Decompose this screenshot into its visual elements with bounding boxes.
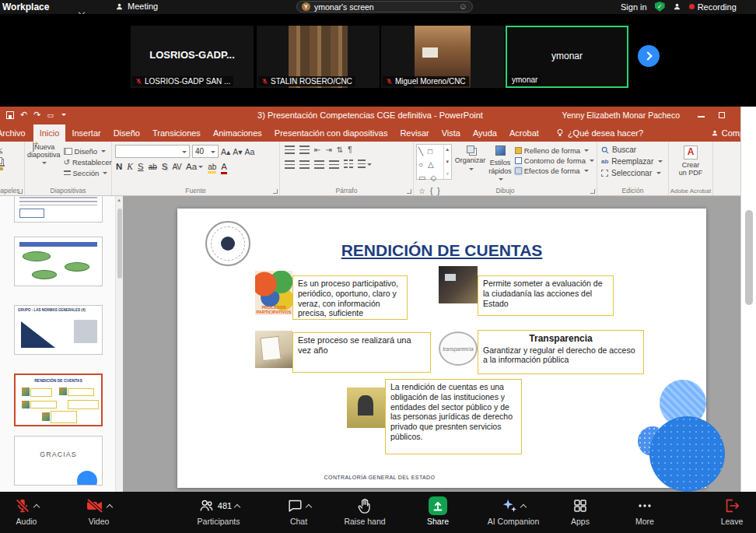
newspaper-reader-image[interactable] <box>347 387 385 428</box>
scroll-up-icon[interactable]: ▲ <box>117 198 121 202</box>
scrollbar-thumb[interactable] <box>117 209 122 279</box>
quick-styles-button[interactable]: Estilos rápidos <box>488 144 512 185</box>
slide-thumbnail-4-selected[interactable]: RENDICIÓN DE CUENTAS <box>14 373 103 426</box>
shape-fill-button[interactable]: Relleno de forma <box>515 146 594 155</box>
tab-revisar[interactable]: Revisar <box>394 124 435 142</box>
audio-control[interactable]: Audio <box>0 496 64 526</box>
tab-acrobat[interactable]: Acrobat <box>503 124 545 142</box>
leave-control[interactable]: Leave <box>695 496 756 526</box>
next-participants-button[interactable] <box>638 45 660 67</box>
decrease-indent-icon[interactable]: ⇤ <box>314 146 320 154</box>
increase-font-icon[interactable]: A▴ <box>221 147 230 156</box>
shape-line-icon[interactable]: ╲ <box>418 146 423 157</box>
reactions-icon[interactable]: ☺ <box>459 2 467 11</box>
slide-thumbnail-3[interactable]: GRUPO - LAS NORMAS GENERALES (4) <box>14 305 103 355</box>
video-tile[interactable]: STALIN ROSERO/CNC <box>257 26 380 88</box>
video-tile[interactable]: LOSRIOS-GADP... LOSRIOS-GADP SAN ... <box>131 26 254 88</box>
font-color-button[interactable]: A <box>221 163 227 174</box>
tab-diseno[interactable]: Diseño <box>107 124 146 142</box>
convert-smartart-icon[interactable] <box>358 157 372 171</box>
slide-thumbnail-1[interactable] <box>14 196 103 223</box>
bold-button[interactable]: N <box>116 162 122 171</box>
section-button[interactable]: Sección <box>64 169 112 177</box>
slide-thumbnail-5[interactable]: GRACIAS <box>14 436 103 486</box>
dialog-launcher-icon[interactable] <box>407 189 411 194</box>
gallery-scroll[interactable]: ▲▼▿ <box>443 145 451 179</box>
chat-control[interactable]: Chat <box>261 496 336 526</box>
thumbnail-scrollbar[interactable]: ▲ <box>115 196 123 492</box>
audio-options-chevron-icon[interactable] <box>33 503 40 510</box>
user-icon[interactable] <box>673 2 681 11</box>
align-right-icon[interactable] <box>314 160 324 169</box>
shape-diamond-icon[interactable]: ◇ <box>430 172 436 184</box>
shapes-gallery[interactable]: ╲ □ ○ △ ▭ ◇ ☆ { } ← ↔ ▲▼▿ <box>416 144 452 180</box>
dialog-launcher-icon[interactable] <box>273 189 278 194</box>
shape-rounded-rect-icon[interactable]: ▭ <box>418 172 425 184</box>
qat-customize-icon[interactable] <box>61 114 66 116</box>
meeting-tab[interactable]: Meeting <box>115 2 158 11</box>
tab-inicio[interactable]: Inicio <box>33 124 66 142</box>
vertical-scrollbar-thumb[interactable] <box>745 210 753 305</box>
align-left-icon[interactable] <box>285 160 295 169</box>
shape-triangle-icon[interactable]: △ <box>428 159 434 170</box>
line-spacing-icon[interactable]: ⇅ <box>337 146 343 154</box>
sign-in-button[interactable]: Sign in <box>621 2 647 12</box>
ai-companion-control[interactable]: AI Companion <box>476 496 551 526</box>
ai-companion-chevron-icon[interactable] <box>520 503 527 510</box>
current-slide[interactable]: RENDICIÓN DE CUENTAS PROCESOS PARTICIPAT… <box>177 209 706 488</box>
chat-chevron-icon[interactable] <box>306 503 312 510</box>
tab-animaciones[interactable]: Animaciones <box>207 124 268 142</box>
highlight-color-button[interactable]: ab <box>208 163 216 174</box>
align-center-icon[interactable] <box>299 160 310 169</box>
clear-format-icon[interactable]: Aa <box>245 147 255 156</box>
undo-icon[interactable]: ↶ <box>20 110 27 120</box>
numbering-icon[interactable] <box>299 146 310 154</box>
italic-button[interactable]: K <box>127 162 133 171</box>
video-tile-active-speaker[interactable]: ymonar ymonar <box>506 26 628 88</box>
evaluation-image[interactable] <box>439 266 478 303</box>
participants-control[interactable]: 481 Participants <box>181 496 256 526</box>
more-control[interactable]: More <box>607 496 682 526</box>
slide-text-box-1[interactable]: Es un proceso participativo, periódico, … <box>292 275 408 320</box>
justify-icon[interactable] <box>329 160 339 169</box>
shape-effects-button[interactable]: Efectos de forma <box>515 167 594 175</box>
slide-title[interactable]: RENDICIÓN DE CUENTAS <box>177 241 706 260</box>
tab-archivo[interactable]: Archivo <box>0 124 33 142</box>
share-ribbon-button[interactable]: Compartir <box>711 124 740 142</box>
video-tile[interactable]: Miguel Moreno/CNC <box>381 26 504 88</box>
strikethrough-button[interactable]: ab <box>149 163 157 171</box>
raise-hand-control[interactable]: Raise hand <box>327 496 402 526</box>
cut-icon[interactable] <box>0 147 3 154</box>
layout-button[interactable]: Diseño <box>64 147 112 156</box>
tab-transiciones[interactable]: Transiciones <box>146 124 207 142</box>
change-case-button[interactable]: Aa <box>186 162 203 171</box>
slide-thumbnail-2[interactable] <box>14 237 103 286</box>
transparencia-seal-image[interactable]: transparencia <box>439 331 478 366</box>
font-name-combo[interactable] <box>115 145 190 158</box>
slide-text-box-3[interactable]: Este proceso se realizará una vez año <box>292 332 431 373</box>
tab-vista[interactable]: Vista <box>436 124 467 142</box>
account-name[interactable]: Yenny Elizabeth Monar Pacheco <box>562 110 680 120</box>
video-options-chevron-icon[interactable] <box>107 503 113 510</box>
participatory-process-image[interactable]: PROCESOS PARTICIPATIVOS <box>255 271 292 315</box>
tab-ayuda[interactable]: Ayuda <box>467 124 503 142</box>
participants-chevron-icon[interactable] <box>234 503 240 510</box>
select-button[interactable]: Seleccionar <box>600 167 666 179</box>
find-button[interactable]: Buscar <box>600 144 666 156</box>
shape-outline-button[interactable]: Contorno de forma <box>515 156 594 165</box>
security-shield-icon[interactable]: ✓ <box>655 2 665 12</box>
slide-text-box-5[interactable]: La rendición de cuentas es una obligació… <box>385 379 522 454</box>
slide-text-box-2[interactable]: Permite someter a evaluación de la ciuda… <box>478 275 614 316</box>
share-screen-control[interactable]: Share <box>401 496 475 526</box>
redo-icon[interactable]: ↷ <box>33 110 40 120</box>
character-spacing-button[interactable]: AV <box>172 163 181 171</box>
create-pdf-button[interactable]: A Crear un PDF <box>671 146 710 177</box>
columns-icon[interactable] <box>344 157 353 171</box>
text-shadow-button[interactable]: S <box>162 162 168 171</box>
copy-icon[interactable] <box>0 157 2 164</box>
replace-button[interactable]: ab Reemplazar <box>600 156 666 167</box>
shape-rect-icon[interactable]: □ <box>428 146 432 157</box>
document-image[interactable] <box>255 331 292 368</box>
shape-circle-icon[interactable]: ○ <box>418 159 423 170</box>
decrease-font-icon[interactable]: A▾ <box>233 147 242 156</box>
